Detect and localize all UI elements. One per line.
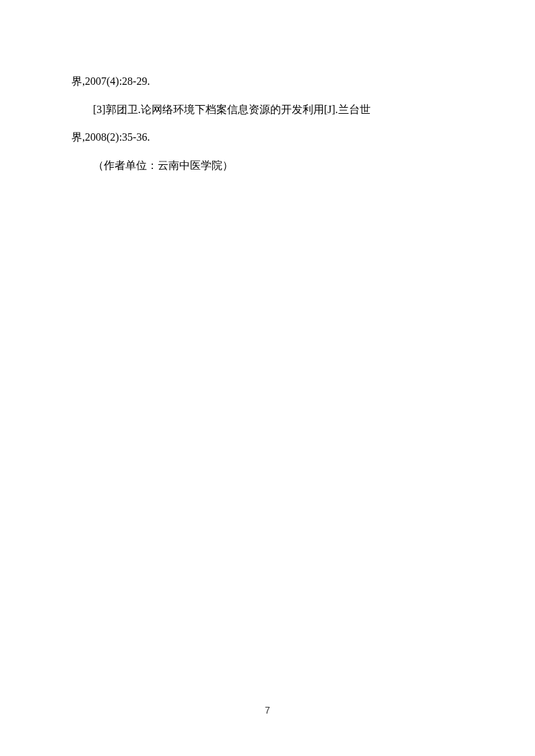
reference-item-3-line2: 界,2008(2):35-36. bbox=[71, 123, 464, 151]
page-content: 界,2007(4):28-29. [3]郭团卫.论网络环境下档案信息资源的开发利… bbox=[0, 0, 535, 179]
author-affiliation: （作者单位：云南中医学院） bbox=[71, 151, 464, 180]
page-number: 7 bbox=[0, 705, 535, 716]
reference-continuation-line: 界,2007(4):28-29. bbox=[71, 67, 464, 96]
reference-item-3-line1: [3]郭团卫.论网络环境下档案信息资源的开发利用[J].兰台世 bbox=[71, 96, 464, 124]
